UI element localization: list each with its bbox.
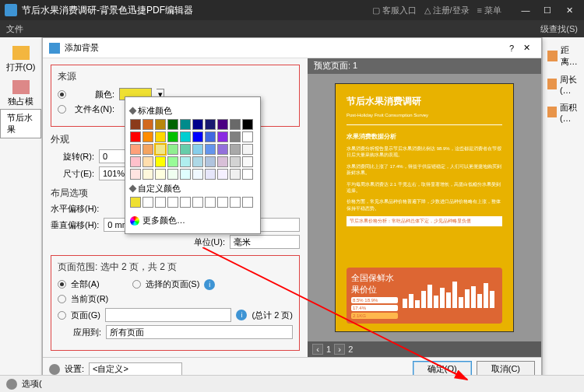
color-cell[interactable]: [130, 119, 141, 130]
color-cell[interactable]: [142, 144, 153, 155]
color-cell[interactable]: [217, 119, 228, 130]
color-cell[interactable]: [242, 156, 253, 167]
units-select[interactable]: [230, 235, 300, 249]
info-icon-2[interactable]: i: [236, 310, 247, 320]
menu-file[interactable]: 文件: [6, 23, 23, 35]
color-cell[interactable]: [192, 169, 203, 180]
color-cell[interactable]: [130, 169, 141, 180]
tool-area[interactable]: 面积(…: [543, 98, 584, 126]
color-cell[interactable]: [180, 119, 191, 130]
color-cell[interactable]: [142, 131, 153, 142]
color-cell[interactable]: [205, 119, 216, 130]
document-tab[interactable]: 节后水果: [0, 109, 41, 138]
color-cell[interactable]: [230, 169, 241, 180]
gear-icon: [6, 379, 17, 390]
color-cell[interactable]: [142, 156, 153, 167]
color-cell[interactable]: [205, 144, 216, 155]
color-cell[interactable]: [230, 156, 241, 167]
tool-perimeter[interactable]: 周长(…: [543, 70, 584, 98]
color-cell[interactable]: [142, 197, 153, 208]
radio-pages[interactable]: [58, 311, 66, 320]
color-cell[interactable]: [155, 119, 166, 130]
color-cell[interactable]: [155, 131, 166, 142]
color-cell[interactable]: [192, 131, 203, 142]
pages-input[interactable]: [105, 308, 232, 322]
preset-select[interactable]: [89, 362, 182, 376]
color-cell[interactable]: [205, 156, 216, 167]
color-cell[interactable]: [142, 119, 153, 130]
color-cell[interactable]: [155, 144, 166, 155]
radio-all[interactable]: [58, 280, 66, 289]
color-cell[interactable]: [242, 197, 253, 208]
radio-file[interactable]: [58, 105, 66, 114]
color-cell[interactable]: [242, 169, 253, 180]
color-cell[interactable]: [192, 156, 203, 167]
color-cell[interactable]: [180, 169, 191, 180]
color-cell[interactable]: [217, 144, 228, 155]
info-icon[interactable]: i: [204, 279, 215, 290]
color-cell[interactable]: [217, 169, 228, 180]
folder-icon: [12, 46, 30, 60]
color-cell[interactable]: [180, 144, 191, 155]
color-cell[interactable]: [217, 156, 228, 167]
tool-distance[interactable]: 距离…: [543, 42, 584, 70]
window-title: 节后水果消费调研-背景色迅捷PDF编辑器: [22, 4, 372, 17]
color-cell[interactable]: [192, 197, 203, 208]
radio-current[interactable]: [58, 295, 66, 303]
maximize-button[interactable]: ☐: [537, 3, 558, 17]
color-cell[interactable]: [242, 144, 253, 155]
dialog-help[interactable]: ?: [505, 42, 519, 54]
gear-icon: [49, 364, 60, 375]
menu-link[interactable]: ≡ 菜单: [477, 5, 501, 16]
color-cell[interactable]: [192, 144, 203, 155]
dialog-close[interactable]: ✕: [519, 41, 535, 54]
color-cell[interactable]: [142, 169, 153, 180]
apply-select[interactable]: [106, 325, 293, 339]
color-cell[interactable]: [230, 144, 241, 155]
color-cell[interactable]: [130, 197, 141, 208]
add-background-dialog: 添加背景 ? ✕ 来源 颜色: ▾ 文件名(N):: [42, 37, 542, 380]
close-button[interactable]: ✕: [559, 3, 579, 17]
open-tool[interactable]: 打开(O): [0, 42, 41, 76]
more-colors[interactable]: 更多颜色…: [130, 212, 255, 229]
color-cell[interactable]: [180, 156, 191, 167]
color-cell[interactable]: [155, 169, 166, 180]
color-cell[interactable]: [130, 144, 141, 155]
prev-page[interactable]: ‹: [312, 344, 323, 355]
color-cell[interactable]: [167, 197, 178, 208]
minimize-button[interactable]: —: [515, 3, 536, 17]
source-title: 来源: [58, 70, 293, 83]
color-cell[interactable]: [180, 131, 191, 142]
color-cell[interactable]: [217, 131, 228, 142]
color-cell[interactable]: [180, 197, 191, 208]
menu-bar: 文件 级查找(S): [0, 20, 584, 37]
color-cell[interactable]: [230, 131, 241, 142]
next-page[interactable]: ›: [334, 344, 345, 355]
color-cell[interactable]: [242, 131, 253, 142]
color-picker-popup: 标准颜色 自定义颜色 更多颜色…: [125, 96, 261, 234]
menu-find[interactable]: 级查找(S): [540, 23, 578, 35]
color-cell[interactable]: [155, 156, 166, 167]
service-link[interactable]: ▢ 客服入口: [372, 5, 417, 16]
color-cell[interactable]: [167, 156, 178, 167]
radio-color[interactable]: [58, 90, 66, 99]
color-cell[interactable]: [167, 119, 178, 130]
color-cell[interactable]: [155, 197, 166, 208]
lock-tool[interactable]: 独占模: [0, 76, 41, 110]
color-cell[interactable]: [230, 197, 241, 208]
color-cell[interactable]: [167, 169, 178, 180]
color-cell[interactable]: [130, 131, 141, 142]
custom-colors-grid: [130, 197, 255, 208]
color-cell[interactable]: [130, 156, 141, 167]
color-cell[interactable]: [205, 169, 216, 180]
color-cell[interactable]: [167, 131, 178, 142]
color-cell[interactable]: [205, 197, 216, 208]
color-cell[interactable]: [230, 119, 241, 130]
color-cell[interactable]: [242, 119, 253, 130]
color-cell[interactable]: [217, 197, 228, 208]
radio-selected[interactable]: [132, 280, 141, 289]
color-cell[interactable]: [192, 119, 203, 130]
signin-link[interactable]: △ 注册/登录: [424, 5, 470, 16]
color-cell[interactable]: [205, 131, 216, 142]
color-cell[interactable]: [167, 144, 178, 155]
